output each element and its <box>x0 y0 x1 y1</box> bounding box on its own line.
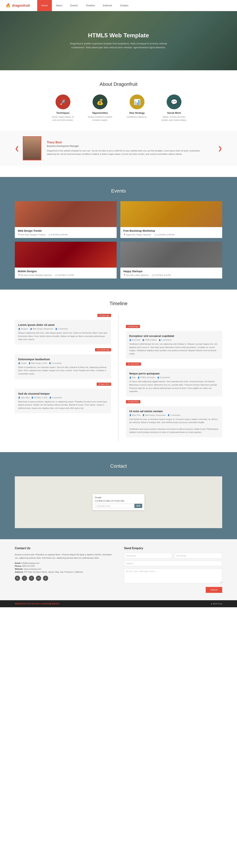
event-title-2: Mobile Designs <box>18 270 114 273</box>
contact-footer: Contact Us Aenean in lectus ante. Phasel… <box>0 539 237 600</box>
tl-card-left-2: Sed do eiusmod tempor 👤John West👤3D Effe… <box>15 389 111 413</box>
testimonial-name: Tracy Best <box>47 141 209 144</box>
hero-title: HTML5 Web Template <box>88 32 149 39</box>
tl-text-right-1: Ut varius nibh adipiscing sagittis lobor… <box>129 380 219 393</box>
subject-row <box>124 561 222 566</box>
tl-text-right-2: Duis facilisi leo erat, eu tincidunt mau… <box>129 418 219 434</box>
tl-meta-left-2: 👤John West👤3D Effect, CSS3👤4 comments <box>18 397 108 399</box>
event-location-1: 📍 Digital Hub, Yangon, Myanmar <box>123 234 151 236</box>
about-icon-2: 📊 New Strategy Incididunt ut labore et. <box>124 94 150 122</box>
tl-badge-right-0: 2 weeks ago <box>126 325 222 330</box>
mail-icon[interactable]: m <box>36 576 41 581</box>
name-input[interactable] <box>124 553 172 558</box>
event-content-0: Web Design Trends 📍 New Hotel, Bangkok, … <box>15 227 117 238</box>
icon-desc-2: Incididunt ut labore et. <box>124 115 150 119</box>
event-card-2[interactable]: Mobile Designs 📍 Old Town Center, Mandal… <box>15 242 117 278</box>
tl-card-right-2: Ut enim ad minim veniam 👤Moon Plus👤Web D… <box>126 406 222 437</box>
nav-link-timeline[interactable]: Timeline <box>82 0 99 11</box>
logo-icon: 🔥 <box>5 3 10 8</box>
enquiry-title: Send Enquiry <box>124 547 222 550</box>
contact-section: Contact Google 点击查看北京地图上的 Google 地图。 搜索 <box>0 452 237 539</box>
about-icon-3: 💬 Social Work Aliqua. Ut enim ad minim v… <box>161 94 187 122</box>
nav-link-about[interactable]: About <box>52 0 66 11</box>
hero-description: Dragonfruit is another responsive templa… <box>69 42 168 50</box>
event-title-3: Happy Startups <box>123 270 219 273</box>
next-arrow[interactable]: ❯ <box>214 145 226 151</box>
tl-meta-left-2-1: 👤3D Effect, CSS3 <box>31 397 47 399</box>
tl-badge-right-2: 11 April 2014 <box>126 400 222 405</box>
icon-circle-3: 💬 <box>167 94 181 109</box>
events-title: Events <box>15 188 222 194</box>
event-image-2 <box>15 242 117 268</box>
timeline-right: 2 weeks ago Excepteur sint occaecat cupi… <box>119 314 222 441</box>
tl-badge-left-1: one month ago <box>15 348 111 353</box>
map-input[interactable] <box>95 504 134 508</box>
back-to-top[interactable]: ▲ Back to top <box>211 602 222 605</box>
event-meta-2: 📍 Old Town Center, Mandalay, Myanmar 🕐 4… <box>18 274 114 276</box>
timeline-section: Timeline 11 days ago Lorem ipsum dolor s… <box>0 289 237 452</box>
tl-title-right-1: Neque porro quisquam <box>129 372 219 375</box>
nav-link-home[interactable]: Home <box>37 0 52 11</box>
tl-badge-right-1: 16 June 2014 <box>126 363 222 368</box>
contact-info-title: Contact Us <box>15 547 113 550</box>
contact-title: Contact <box>15 463 222 469</box>
tl-card-right-1: Neque porro quisquam 👤Rain👤HTML5, Animat… <box>126 369 222 396</box>
event-content-1: Free Bootstrap Workshop 📍 Digital Hub, Y… <box>120 227 222 238</box>
linkedin-icon[interactable]: in <box>15 576 20 581</box>
facebook-icon[interactable]: f <box>29 576 34 581</box>
social-icons: intfmb <box>15 576 113 581</box>
event-time-2: 🕐 4:15 PM to 7:15 PM <box>55 274 74 276</box>
nav-link-external[interactable]: External <box>99 0 116 11</box>
tl-badge-text-left-0: 11 days ago <box>97 314 111 317</box>
github-icon[interactable]: b <box>43 576 48 581</box>
hero-section: HTML5 Web Template Dragonfruit is anothe… <box>0 11 237 70</box>
logo[interactable]: 🔥 dragonfruit <box>5 3 30 8</box>
timeline-container: 11 days ago Lorem ipsum dolor sit amet 👤… <box>15 314 222 441</box>
events-section: Events Web Design Trends 📍 New Hotel, Ba… <box>0 177 237 289</box>
twitter-icon[interactable]: t <box>22 576 27 581</box>
testimonial-content: Tracy Best Business Development Manager … <box>41 141 214 156</box>
tl-meta-right-0-0: 👤Evan East <box>129 339 140 341</box>
testimonial-title: Business Development Manager <box>47 145 209 147</box>
icon-desc-0: Donec magna aliqua. Ut enim ad minim ven… <box>50 115 76 122</box>
event-meta-3: 📍 New Hall, Lashio, Myanmar 🕐 2:15 PM to… <box>123 274 219 276</box>
tl-meta-left-2-2: 👤4 comments <box>49 397 62 399</box>
nav-link-contact[interactable]: Contact <box>116 0 132 11</box>
testimonial: ❮ Tracy Best Business Development Manage… <box>0 131 237 166</box>
tl-meta-left-1-2: 👤3 comments <box>49 362 61 364</box>
tl-meta-right-0: 👤Evan East👤HTML5 Mobile👤2 comments <box>129 339 219 341</box>
tl-meta-right-2-1: 👤Web Design, Responsive <box>142 414 166 416</box>
message-input[interactable] <box>124 568 222 583</box>
email-input[interactable] <box>174 553 222 558</box>
tl-meta-left-2-0: 👤John West <box>18 397 29 399</box>
icon-desc-1: Tempor incididunt ut labore et dolore ma… <box>87 115 113 122</box>
map-search-button[interactable]: 搜索 <box>134 504 142 508</box>
contact-email: Email: info@company.com <box>15 562 113 564</box>
event-card-1[interactable]: Free Bootstrap Workshop 📍 Digital Hub, Y… <box>120 201 222 238</box>
tl-card-right-0: Excepteur sint occaecat cupidatat 👤Evan … <box>126 331 222 359</box>
tl-text-left-1: Etiam in gravida leo, non interdum sapie… <box>18 366 108 376</box>
event-card-3[interactable]: Happy Startups 📍 New Hall, Lashio, Myanm… <box>120 242 222 278</box>
nav-link-events[interactable]: Events <box>66 0 82 11</box>
event-card-0[interactable]: Web Design Trends 📍 New Hotel, Bangkok, … <box>15 201 117 238</box>
contact-map: Google 点击查看北京地图上的 Google 地图。 搜索 <box>15 476 222 528</box>
tl-meta-left-1-1: 👤Web Design, CSS3 <box>28 362 47 364</box>
subject-input[interactable] <box>124 561 222 566</box>
icon-circle-1: 💰 <box>93 94 107 109</box>
tl-title-left-0: Lorem ipsum dolor sit amet <box>18 323 108 327</box>
map-label: Google <box>95 496 142 499</box>
tl-meta-left-0-0: 👤Designer <box>18 328 28 330</box>
event-content-3: Happy Startups 📍 New Hall, Lashio, Myanm… <box>120 268 222 278</box>
tl-meta-left-0-2: 👤3 comments <box>55 328 68 330</box>
tl-meta-left-1-0: 👤Cooker <box>18 362 27 364</box>
tl-meta-right-2-0: 👤Moon Plus <box>129 414 140 416</box>
contact-info-text: Aenean in lectus ante. Phasellus eu eges… <box>15 553 113 560</box>
event-title-0: Web Design Trends <box>18 229 114 232</box>
tl-meta-right-0-1: 👤HTML5 Mobile <box>142 339 157 341</box>
contact-info-block: Contact Us Aenean in lectus ante. Phasel… <box>15 547 113 593</box>
timeline-title: Timeline <box>15 301 222 306</box>
prev-arrow[interactable]: ❮ <box>11 145 23 151</box>
tl-title-left-2: Sed do eiusmod tempor <box>18 392 108 395</box>
submit-button[interactable]: Submit <box>206 587 222 593</box>
event-time-0: 🕐 5:30 PM to 8:30 PM <box>48 234 68 236</box>
